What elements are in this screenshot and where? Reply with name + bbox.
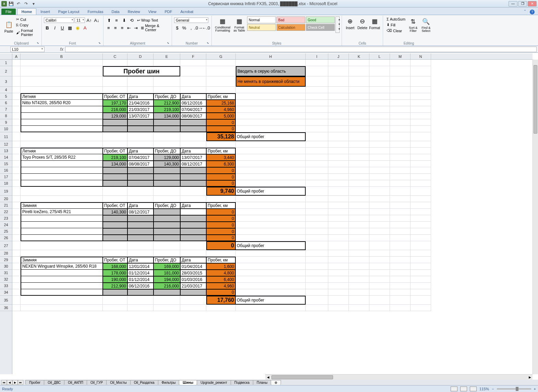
cell-I13[interactable] [306, 148, 328, 154]
cell-A29[interactable] [12, 257, 21, 263]
cell-D4[interactable] [127, 87, 154, 93]
cell-H18[interactable] [236, 180, 306, 187]
cell-I31[interactable] [306, 270, 328, 276]
cell-G10[interactable]: 0 [206, 126, 236, 132]
cell-H32[interactable] [236, 276, 306, 283]
sheet-tab-Oil_ДВС[interactable]: Oil_ДВС [44, 380, 64, 385]
cell-E16[interactable] [154, 167, 180, 174]
cell-L19[interactable] [369, 187, 390, 196]
cell-J6[interactable] [328, 100, 349, 106]
cell-N23[interactable] [411, 215, 431, 222]
sheet-tab-Пробег[interactable]: Пробег [25, 380, 44, 385]
cell-N5[interactable] [411, 93, 431, 100]
cell-I4[interactable] [306, 87, 328, 93]
cell-A9[interactable] [12, 119, 21, 126]
cell-L35[interactable] [369, 296, 390, 305]
cell-H19[interactable]: Общий пробег [236, 187, 306, 196]
cell-A25[interactable] [12, 228, 21, 235]
cell-B18[interactable] [21, 180, 103, 187]
tab-data[interactable]: Data [107, 9, 123, 15]
cell-I3[interactable] [306, 76, 328, 87]
clipboard-launcher[interactable]: ⬊ [37, 41, 40, 45]
cell-I34[interactable] [306, 289, 328, 296]
cell-I28[interactable] [306, 250, 328, 257]
styles-row-down[interactable]: ▾ [336, 22, 343, 26]
rowhead-9[interactable]: 9 [0, 119, 12, 126]
cell-K35[interactable] [349, 296, 369, 305]
cell-L27[interactable] [369, 241, 390, 250]
cell-G12[interactable] [206, 141, 236, 148]
cell-N31[interactable] [411, 270, 431, 276]
cell-I17[interactable] [306, 174, 328, 180]
cell-L33[interactable] [369, 283, 390, 289]
align-bottom-button[interactable]: ⬇ [121, 17, 127, 24]
cell-G19[interactable]: 9,740 [206, 187, 236, 196]
cell-B6[interactable]: Nitto NT420S, 265/50 R20 [21, 100, 103, 106]
rowhead-20[interactable]: 20 [0, 196, 12, 202]
align-center-button[interactable]: ≡ [112, 24, 119, 31]
cell-H11[interactable]: Общий пробег [236, 132, 306, 141]
cell-A34[interactable] [12, 289, 21, 296]
cell-A4[interactable] [12, 87, 21, 93]
cell-D29[interactable]: Дата [127, 257, 154, 263]
cell-M31[interactable] [390, 270, 411, 276]
style-bad[interactable]: Bad [277, 16, 305, 23]
view-normal-button[interactable] [451, 387, 457, 391]
cell-C14[interactable]: 219,100 [103, 154, 127, 161]
cell-N21[interactable] [411, 202, 431, 209]
colhead-B[interactable]: B [21, 53, 103, 59]
cell-J21[interactable] [328, 202, 349, 209]
cell-N34[interactable] [411, 289, 431, 296]
cell-K24[interactable] [349, 222, 369, 228]
cell-K17[interactable] [349, 174, 369, 180]
cell-I2[interactable] [306, 66, 328, 76]
cell-C22[interactable]: 140,300 [103, 209, 127, 215]
cell-E9[interactable] [154, 119, 180, 126]
cell-N20[interactable] [411, 196, 431, 202]
colhead-M[interactable]: M [390, 53, 411, 59]
cell-D22[interactable]: 08/12/2017 [127, 209, 154, 215]
cell-I21[interactable] [306, 202, 328, 209]
cell-C1[interactable] [103, 60, 127, 66]
cell-D35[interactable] [127, 296, 154, 305]
cell-G8[interactable]: 5,000 [206, 113, 236, 119]
delete-cells-button[interactable]: ⊖Delete [356, 16, 369, 30]
cell-H15[interactable] [236, 161, 306, 167]
cell-J10[interactable] [328, 126, 349, 132]
cell-A36[interactable] [12, 305, 21, 311]
cell-A18[interactable] [12, 180, 21, 187]
cell-E7[interactable]: 219,100 [154, 106, 180, 113]
cell-E10[interactable] [154, 126, 180, 132]
cell-G24[interactable]: 0 [206, 222, 236, 228]
grid[interactable]: Пробег шинВводить в серую областьНе меня… [12, 60, 533, 374]
cell-J3[interactable] [328, 76, 349, 87]
cell-D17[interactable] [127, 174, 154, 180]
cell-N25[interactable] [411, 228, 431, 235]
rowhead-23[interactable]: 23 [0, 215, 12, 222]
cell-N10[interactable] [411, 126, 431, 132]
cell-L29[interactable] [369, 257, 390, 263]
formula-input[interactable] [65, 47, 537, 52]
cell-N12[interactable] [411, 141, 431, 148]
cell-E18[interactable] [154, 180, 180, 187]
cell-M34[interactable] [390, 289, 411, 296]
cell-J12[interactable] [328, 141, 349, 148]
cell-E33[interactable]: 216,000 [154, 283, 180, 289]
cell-L15[interactable] [369, 161, 390, 167]
cell-L12[interactable] [369, 141, 390, 148]
cell-D5[interactable]: Дата [127, 93, 154, 100]
align-top-button[interactable]: ⬆ [106, 17, 112, 24]
cell-L3[interactable] [369, 76, 390, 87]
cell-B32[interactable] [21, 276, 103, 283]
cell-G14[interactable]: 3,440 [206, 154, 236, 161]
cell-K7[interactable] [349, 106, 369, 113]
colhead-K[interactable]: K [349, 53, 369, 59]
cell-H13[interactable] [236, 148, 306, 154]
cell-L24[interactable] [369, 222, 390, 228]
cell-E3[interactable] [154, 76, 180, 87]
cell-I32[interactable] [306, 276, 328, 283]
cell-D31[interactable]: 01/12/2014 [127, 270, 154, 276]
rowhead-30[interactable]: 30 [0, 263, 12, 270]
zoom-in-button[interactable]: + [534, 387, 536, 391]
cell-J15[interactable] [328, 161, 349, 167]
